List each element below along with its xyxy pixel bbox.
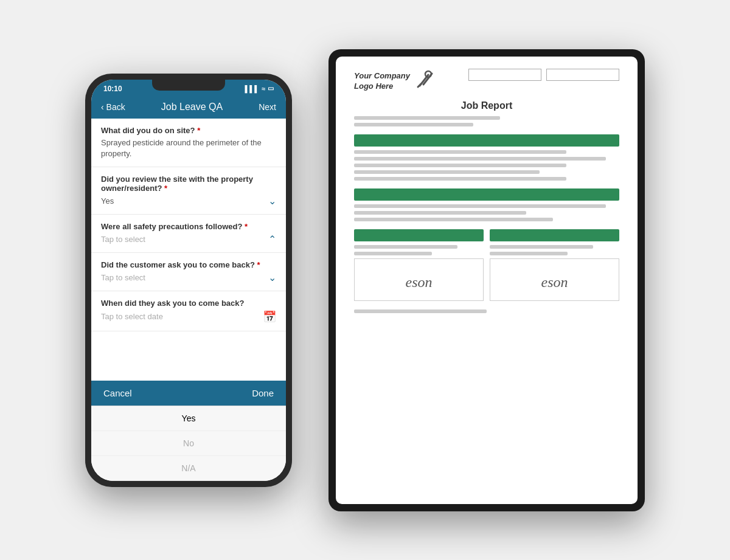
line [354, 116, 500, 120]
question-3[interactable]: Were all safety precautions followed? * … [91, 215, 286, 253]
green-header-3b [490, 229, 619, 241]
svg-line-3 [418, 84, 421, 87]
line [490, 252, 568, 255]
wifi-icon: ≈ [262, 85, 265, 92]
question-5-label: When did they ask you to come back? [101, 299, 276, 308]
signature-box-left: eson [354, 258, 484, 301]
section-1-lines [354, 150, 619, 184]
chevron-up-icon: ⌃ [268, 233, 276, 245]
phone-content: What did you do on site? * Sprayed pesti… [91, 119, 286, 481]
meta-fields [468, 69, 619, 81]
phone-notch [152, 80, 225, 91]
tablet-device: Your CompanyLogo Here Job Report [328, 49, 645, 511]
picker-area: Yes No N/A [91, 406, 286, 481]
green-header-2 [354, 188, 619, 201]
line [354, 123, 473, 126]
action-bar: Cancel Done [91, 381, 286, 406]
required-marker: * [197, 126, 200, 135]
report-title: Job Report [354, 100, 619, 111]
tablet-screen: Your CompanyLogo Here Job Report [336, 57, 638, 504]
footer-line [354, 309, 487, 313]
question-5-date[interactable]: Tap to select date 📅 [101, 310, 276, 323]
phone-device: 10:10 ▌▌▌ ≈ ▭ ‹ Back Job Leave QA Next W… [85, 74, 292, 487]
question-4[interactable]: Did the customer ask you to come back? *… [91, 253, 286, 291]
line [354, 218, 553, 221]
question-1-label: What did you do on site? * [101, 126, 276, 135]
cancel-button[interactable]: Cancel [103, 388, 132, 398]
line [354, 204, 606, 208]
question-4-dropdown[interactable]: Tap to select ⌄ [101, 272, 276, 283]
field-box-2 [546, 69, 619, 81]
line [354, 157, 606, 161]
question-5[interactable]: When did they ask you to come back? Tap … [91, 291, 286, 331]
question-2-dropdown[interactable]: Yes ⌄ [101, 195, 276, 207]
question-3-label: Were all safety precautions followed? * [101, 222, 276, 231]
green-header-1 [354, 134, 619, 147]
company-name: Your CompanyLogo Here [354, 71, 410, 92]
line [354, 170, 540, 174]
line [354, 252, 432, 255]
green-header-3a [354, 229, 484, 241]
calendar-icon: 📅 [263, 310, 276, 323]
chevron-down-icon-2: ⌄ [268, 272, 276, 283]
line [490, 245, 593, 249]
next-button[interactable]: Next [259, 102, 276, 112]
signal-icon: ▌▌▌ [245, 85, 259, 92]
line [354, 245, 457, 249]
report-footer [354, 309, 619, 316]
signature-right: eson [541, 274, 568, 291]
done-button[interactable]: Done [252, 388, 274, 398]
qa-section: What did you do on site? * Sprayed pesti… [91, 119, 286, 381]
question-2[interactable]: Did you review the site with the propert… [91, 167, 286, 215]
picker-option-no[interactable]: No [91, 431, 286, 456]
picker-option-yes[interactable]: Yes [91, 406, 286, 431]
status-icons: ▌▌▌ ≈ ▭ [245, 85, 274, 92]
sig-col-left: eson [354, 229, 484, 301]
line [354, 164, 566, 167]
signature-section: eson eson [354, 229, 619, 301]
company-logo: Your CompanyLogo Here [354, 69, 437, 94]
question-1-answer[interactable]: Sprayed pesticide around the perimeter o… [101, 137, 276, 159]
line [354, 150, 566, 154]
question-1: What did you do on site? * Sprayed pesti… [91, 119, 286, 167]
question-3-dropdown[interactable]: Tap to select ⌃ [101, 233, 276, 245]
line [354, 177, 566, 181]
page-title: Job Leave QA [161, 102, 223, 112]
question-4-label: Did the customer ask you to come back? * [101, 260, 276, 269]
report-header: Your CompanyLogo Here [354, 69, 619, 94]
phone-nav-bar: ‹ Back Job Leave QA Next [91, 95, 286, 119]
signature-box-right: eson [490, 258, 619, 301]
question-2-label: Did you review the site with the propert… [101, 175, 276, 193]
date-placeholder: Tap to select date [101, 312, 163, 321]
chevron-down-icon: ⌄ [268, 195, 276, 207]
back-button[interactable]: ‹ Back [101, 102, 125, 112]
field-box-1 [468, 69, 541, 81]
sig-col-right: eson [490, 229, 619, 301]
status-time: 10:10 [103, 85, 122, 93]
question-2-value: Yes [101, 196, 114, 206]
battery-icon: ▭ [268, 85, 274, 92]
tools-icon [415, 69, 437, 94]
picker-option-na[interactable]: N/A [91, 456, 286, 481]
intro-lines [354, 116, 619, 130]
signature-left: eson [406, 274, 433, 291]
question-4-placeholder: Tap to select [101, 273, 145, 282]
line [354, 211, 526, 215]
question-3-placeholder: Tap to select [101, 235, 145, 244]
section-2-lines [354, 204, 619, 224]
